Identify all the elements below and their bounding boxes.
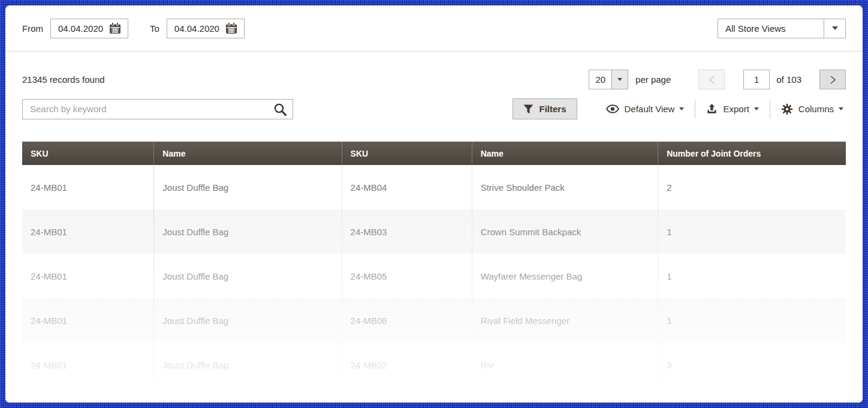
eye-icon (606, 104, 619, 113)
grid-actions: Filters Default View (513, 98, 846, 119)
chevron-right-icon (830, 75, 836, 85)
table-cell: 24-MB02 (342, 343, 472, 387)
table-header-row: SKU Name SKU Name Number of Joint Orders (22, 142, 846, 165)
table-row: 24-MB01 Joust Duffle Bag 24-MB05 Wayfare… (22, 254, 846, 298)
table-cell: 2 (658, 165, 846, 209)
columns-label: Columns (798, 104, 834, 114)
report-page: From (5, 5, 863, 403)
columns-button[interactable]: Columns (779, 103, 846, 115)
records-row: 21345 records found 20 per page of 103 (22, 70, 846, 89)
page-input[interactable] (743, 70, 770, 89)
column-header-name-1[interactable]: Name (154, 142, 342, 165)
table-row: 24-MB01 Joust Duffle Bag 24-MB04 Strive … (22, 165, 846, 209)
filters-button[interactable]: Filters (513, 98, 577, 119)
table-cell: Joust Duffle Bag (154, 209, 342, 254)
default-view-button[interactable]: Default View (604, 104, 687, 114)
to-label: To (150, 23, 159, 34)
column-header-sku-2[interactable]: SKU (342, 142, 472, 165)
per-page-label: per page (635, 74, 671, 85)
per-page-value: 20 (589, 70, 611, 89)
per-page-select[interactable]: 20 (589, 70, 628, 89)
table-cell: Wayfarer Messenger Bag (472, 254, 658, 298)
caret-down-icon (824, 19, 845, 38)
search-input[interactable] (22, 99, 293, 119)
default-view-label: Default View (625, 104, 675, 114)
date-range-toolbar: From (5, 5, 863, 52)
table-cell: 24-MB06 (342, 298, 472, 343)
pagination: 20 per page of 103 (589, 70, 846, 89)
gear-icon (781, 103, 793, 115)
column-header-joint-orders[interactable]: Number of Joint Orders (658, 142, 846, 165)
table-cell: 24-MB05 (342, 254, 472, 298)
store-views-select[interactable]: All Store Views (718, 19, 846, 38)
caret-down-icon (839, 107, 843, 110)
export-label: Export (723, 104, 749, 114)
caret-down-icon (754, 107, 759, 110)
records-count: 21345 records found (22, 74, 105, 85)
table-row: 24-MB01 Joust Duffle Bag 24-MB03 Crown S… (22, 209, 846, 254)
date-to-field (167, 19, 245, 38)
table-cell: Joust Duffle Bag (154, 254, 342, 298)
page-total-label: of 103 (776, 74, 801, 85)
table-row: 24-MB01 Joust Duffle Bag 24-MB06 Rival F… (22, 298, 846, 343)
table-cell: 24-MB01 (22, 298, 154, 343)
calendar-icon[interactable] (108, 22, 122, 35)
filter-funnel-icon (523, 104, 534, 114)
selection-border: From (0, 0, 868, 408)
table-cell: Riv (472, 343, 658, 387)
joint-orders-grid: SKU Name SKU Name Number of Joint Orders… (22, 142, 846, 387)
prev-page-button[interactable] (698, 70, 725, 89)
table-cell: 24-MB01 (22, 209, 154, 254)
data-table: SKU Name SKU Name Number of Joint Orders… (22, 142, 846, 387)
divider (770, 100, 770, 118)
export-button[interactable]: Export (704, 103, 761, 115)
date-from-field (50, 19, 128, 38)
table-cell: Crown Summit Backpack (472, 209, 658, 254)
table-cell: Joust Duffle Bag (154, 343, 342, 387)
column-header-sku-1[interactable]: SKU (22, 142, 154, 165)
table-cell: 24-MB01 (22, 165, 154, 209)
store-views-value: All Store Views (718, 19, 824, 38)
next-page-button[interactable] (819, 70, 846, 89)
search-icon[interactable] (273, 103, 287, 116)
upload-icon (706, 103, 718, 115)
calendar-icon[interactable] (225, 22, 238, 35)
date-from-input[interactable] (58, 23, 108, 34)
table-cell: Rival Field Messenger (472, 298, 658, 343)
table-cell: 3 (658, 343, 846, 387)
search-row: Filters Default View (22, 98, 846, 119)
table-cell: Joust Duffle Bag (154, 298, 342, 343)
chevron-left-icon (709, 75, 715, 85)
table-row: 24-MB01 Joust Duffle Bag 24-MB02 Riv 3 (22, 343, 846, 387)
table-cell: 24-MB01 (22, 254, 154, 298)
table-cell: 1 (658, 298, 846, 343)
table-cell: Joust Duffle Bag (154, 165, 342, 209)
table-cell: 24-MB01 (22, 343, 154, 387)
column-header-name-2[interactable]: Name (472, 142, 658, 165)
table-cell: 1 (658, 209, 846, 254)
date-to-input[interactable] (174, 23, 225, 34)
filters-label: Filters (540, 104, 566, 114)
caret-down-icon (611, 70, 628, 89)
from-label: From (22, 23, 43, 34)
table-cell: Strive Shoulder Pack (472, 165, 658, 209)
keyword-search (22, 99, 293, 119)
table-cell: 24-MB03 (342, 209, 472, 254)
caret-down-icon (679, 107, 684, 110)
divider (695, 100, 695, 118)
table-cell: 1 (658, 254, 846, 298)
table-cell: 24-MB04 (342, 165, 472, 209)
